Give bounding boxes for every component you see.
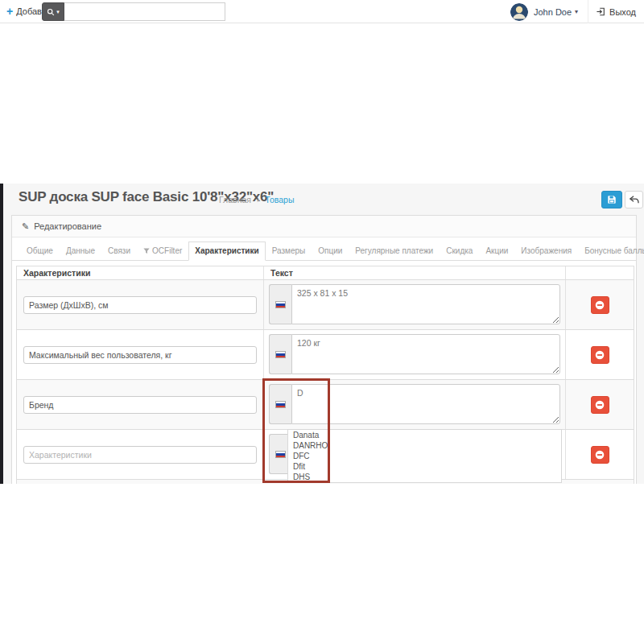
breadcrumb-home: Главная: [219, 195, 251, 204]
tab-скидка[interactable]: Скидка: [440, 242, 479, 261]
tab-label: Размеры: [272, 246, 306, 255]
search-icon: [47, 8, 55, 16]
autocomplete-item[interactable]: DFC: [288, 451, 561, 461]
tab-общие[interactable]: Общие: [20, 242, 60, 261]
tab-изображения[interactable]: Изображения: [514, 242, 578, 261]
autocomplete-item[interactable]: Dfit: [288, 461, 561, 472]
attribute-name-input[interactable]: [23, 296, 257, 314]
ru-flag-icon: [275, 301, 286, 308]
pencil-icon: ✎: [22, 221, 29, 232]
caret-down-icon[interactable]: ▾: [575, 8, 578, 15]
tab-размеры[interactable]: Размеры: [266, 242, 312, 261]
user-area: John Doe ▾ Выход: [510, 0, 644, 23]
remove-row-button[interactable]: [591, 296, 609, 314]
attribute-name-input[interactable]: [23, 396, 257, 414]
remove-row-button[interactable]: [591, 446, 609, 464]
remove-row-button[interactable]: [591, 346, 609, 364]
ru-flag-icon: [275, 401, 286, 408]
search-group: ▾: [42, 2, 225, 21]
language-addon: [269, 334, 291, 374]
attribute-text-textarea[interactable]: [291, 284, 560, 324]
column-header-text: Текст: [264, 266, 566, 279]
table-header-row: Характеристики Текст: [16, 266, 634, 280]
minus-circle-icon: [595, 350, 605, 360]
autocomplete-item[interactable]: DANRHO: [288, 440, 561, 451]
attribute-text-textarea[interactable]: [291, 384, 560, 424]
language-addon: [269, 384, 291, 424]
tab-label: Опции: [318, 246, 342, 255]
actions-cell: [566, 330, 634, 379]
attribute-name-input[interactable]: [23, 346, 257, 364]
tab-label: Бонусные баллы: [584, 246, 644, 255]
logout-icon: [597, 7, 605, 16]
tab-label: Характеристики: [195, 246, 258, 255]
breadcrumb-link-products[interactable]: Товары: [265, 195, 294, 204]
language-addon: [269, 284, 291, 324]
language-input-group: [269, 384, 560, 424]
panel-heading: ✎ Редактирование: [12, 216, 636, 237]
panel-heading-label: Редактирование: [34, 221, 101, 231]
tab-label: Скидка: [446, 246, 473, 255]
attribute-row: [16, 380, 634, 430]
attribute-name-input[interactable]: [23, 446, 257, 464]
tab-label: Данные: [66, 246, 95, 255]
minus-circle-icon: [595, 400, 605, 410]
breadcrumb-separator: ›: [257, 195, 260, 204]
tab-связи[interactable]: Связи: [101, 242, 137, 261]
language-input-group: [269, 334, 560, 374]
plus-icon: +: [6, 6, 13, 17]
save-button[interactable]: [601, 191, 622, 208]
tab-label: Акции: [485, 246, 508, 255]
minus-circle-icon: [595, 300, 605, 310]
autocomplete-item[interactable]: DHS: [288, 472, 561, 482]
search-button[interactable]: ▾: [42, 2, 64, 21]
tab-акции[interactable]: Акции: [479, 242, 514, 261]
attribute-text-textarea[interactable]: [291, 334, 560, 374]
attribute-cell: [17, 430, 264, 479]
autocomplete-dropdown: Danata DANRHO DFC Dfit DHS: [287, 429, 562, 483]
avatar[interactable]: [510, 3, 528, 21]
actions-cell: [566, 280, 634, 329]
attribute-cell: [17, 330, 264, 379]
attribute-cell: [17, 280, 264, 329]
text-cell: [264, 280, 566, 329]
tab-label: Изображения: [521, 246, 572, 255]
logout-button[interactable]: Выход: [588, 0, 644, 23]
tab-регулярные-платежи[interactable]: Регулярные платежи: [349, 242, 440, 261]
logout-label: Выход: [609, 7, 636, 17]
breadcrumb: Главная › Товары: [219, 195, 294, 204]
tab-характеристики[interactable]: Характеристики: [188, 242, 265, 261]
autocomplete-item[interactable]: Danata: [288, 430, 561, 440]
save-icon: [607, 195, 617, 204]
caret-down-icon: ▾: [56, 9, 60, 14]
minus-circle-icon: [595, 450, 605, 460]
attribute-row: [16, 280, 634, 330]
tab-опции[interactable]: Опции: [312, 242, 349, 261]
language-input-group: [269, 284, 560, 324]
tab-ocfilter[interactable]: OCFilter: [137, 242, 188, 261]
column-header-attribute: Характеристики: [17, 266, 264, 279]
ru-flag-icon: [275, 351, 286, 358]
ru-flag-icon: [275, 451, 286, 458]
attribute-cell: [17, 380, 264, 429]
product-tabs: Общие Данные Связи OCFilter Характеристи…: [12, 237, 636, 261]
user-menu[interactable]: John Doe: [534, 7, 572, 17]
filter-icon: [143, 248, 150, 254]
tab-label: OCFilter: [152, 246, 182, 255]
tab-label: Общие: [27, 246, 53, 255]
back-button[interactable]: [625, 191, 643, 208]
search-input[interactable]: [64, 2, 225, 21]
screenshot-canvas: + Добавить ▾ John Doe ▾: [0, 0, 644, 644]
actions-cell: [566, 380, 634, 429]
column-header-actions: [566, 266, 634, 279]
text-cell: [264, 380, 566, 429]
user-avatar-icon: [510, 3, 528, 21]
actions-cell: [566, 430, 634, 479]
back-arrow-icon: [629, 195, 639, 204]
tab-label: Связи: [108, 246, 130, 255]
tab-бонусные-баллы[interactable]: Бонусные баллы: [578, 242, 644, 261]
top-navbar: + Добавить ▾ John Doe ▾: [0, 0, 644, 23]
remove-row-button[interactable]: [591, 396, 609, 414]
text-cell: [264, 330, 566, 379]
tab-данные[interactable]: Данные: [60, 242, 101, 261]
